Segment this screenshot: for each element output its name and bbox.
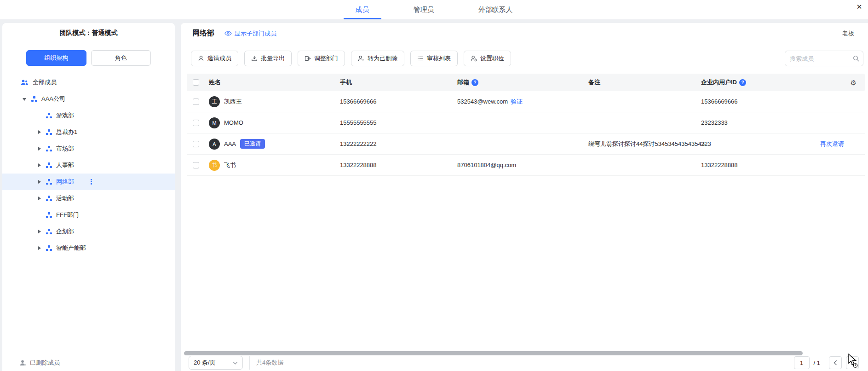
department-icon bbox=[46, 179, 52, 185]
sidebar-item-activities-dept[interactable]: 活动部 bbox=[2, 190, 175, 207]
caret-right-icon[interactable] bbox=[37, 130, 42, 134]
page-title: 网络部 bbox=[192, 29, 214, 38]
verify-link[interactable]: 验证 bbox=[511, 98, 523, 105]
sidebar-item-label: 活动部 bbox=[56, 194, 74, 203]
next-page-button[interactable] bbox=[846, 356, 859, 369]
sidebar-item-planning-dept[interactable]: 企划部 bbox=[2, 223, 175, 240]
top-tab-bar: 成员 管理员 外部联系人 bbox=[0, 0, 868, 19]
deleted-person-icon bbox=[20, 360, 26, 366]
sidebar-item-all-members[interactable]: 全部成员 bbox=[2, 74, 175, 91]
row-checkbox[interactable] bbox=[193, 120, 199, 126]
review-list-button[interactable]: 审核列表 bbox=[410, 51, 458, 66]
mode-switcher: 组织架构 角色 bbox=[26, 50, 151, 66]
caret-right-icon[interactable] bbox=[37, 163, 42, 168]
table-header-row: 姓名 手机 邮箱? 备注 企业内用户ID? ⚙ bbox=[187, 74, 865, 91]
button-label: 设置职位 bbox=[480, 54, 504, 63]
table-row[interactable]: 王 凯西王 15366669666 532543@wew.com验证 15366… bbox=[187, 91, 865, 112]
search-input[interactable] bbox=[785, 51, 863, 66]
close-icon[interactable]: ✕ bbox=[854, 2, 864, 12]
member-phone: 13222222222 bbox=[336, 140, 454, 147]
caret-right-icon[interactable] bbox=[37, 146, 42, 151]
department-icon bbox=[46, 212, 52, 218]
page-number-input[interactable] bbox=[794, 356, 810, 369]
column-email: 邮箱 bbox=[457, 78, 469, 87]
department-icon bbox=[46, 196, 52, 201]
show-sub-dept-label: 显示子部门成员 bbox=[235, 29, 276, 38]
invite-member-button[interactable]: 邀请成员 bbox=[191, 51, 238, 66]
sidebar-item-games-dept[interactable]: 游戏部 bbox=[2, 107, 175, 124]
department-icon bbox=[31, 96, 37, 102]
chevron-down-icon bbox=[233, 361, 238, 365]
deleted-members-link[interactable]: 已删除成员 bbox=[20, 357, 60, 369]
tab-members[interactable]: 成员 bbox=[344, 0, 381, 19]
search-icon[interactable] bbox=[853, 55, 859, 62]
select-all-checkbox[interactable] bbox=[193, 79, 199, 86]
member-phone: 13322228888 bbox=[336, 162, 454, 168]
caret-right-icon[interactable] bbox=[37, 180, 42, 184]
tab-external-contacts[interactable]: 外部联系人 bbox=[466, 0, 525, 19]
member-email: 8706101804@qq.com bbox=[454, 162, 585, 168]
sidebar-item-marketing-dept[interactable]: 市场部 bbox=[2, 140, 175, 157]
member-name: 凯西王 bbox=[224, 98, 242, 106]
avatar: A bbox=[209, 139, 220, 150]
sidebar-item-smart-capacity-dept[interactable]: 智能产能部 bbox=[2, 240, 175, 256]
caret-down-icon[interactable] bbox=[23, 97, 27, 101]
member-phone: 15555555555 bbox=[336, 119, 454, 126]
tab-admins[interactable]: 管理员 bbox=[402, 0, 446, 19]
row-checkbox[interactable] bbox=[193, 162, 199, 168]
org-structure-button[interactable]: 组织架构 bbox=[26, 50, 86, 66]
total-count: 共4条数据 bbox=[249, 356, 283, 370]
batch-export-button[interactable]: 批量导出 bbox=[244, 51, 292, 66]
help-icon[interactable]: ? bbox=[739, 79, 746, 86]
row-checkbox[interactable] bbox=[193, 99, 199, 105]
download-icon bbox=[251, 55, 258, 62]
person-gear-icon bbox=[471, 55, 477, 62]
sidebar-item-aaa-company[interactable]: AAA公司 bbox=[2, 91, 175, 107]
caret-right-icon[interactable] bbox=[37, 196, 42, 201]
sidebar-item-network-dept[interactable]: 网络部 ⋮ bbox=[2, 174, 175, 190]
column-settings-gear-icon[interactable]: ⚙ bbox=[851, 79, 857, 86]
members-icon bbox=[21, 80, 29, 86]
sidebar-item-hr-dept[interactable]: 人事部 bbox=[2, 157, 175, 174]
caret-right-icon[interactable] bbox=[37, 246, 42, 250]
prev-page-button[interactable] bbox=[829, 356, 842, 369]
show-sub-dept-link[interactable]: 显示子部门成员 bbox=[224, 29, 276, 38]
sidebar-item-label: 网络部 bbox=[56, 178, 74, 186]
row-checkbox[interactable] bbox=[193, 141, 199, 147]
table-row[interactable]: A AAA 已邀请 13222222222 绕弯儿翁探讨探讨44探讨534534… bbox=[187, 133, 865, 155]
member-user-id: 223 bbox=[697, 140, 803, 147]
page-size-value: 20 条/页 bbox=[194, 359, 216, 367]
button-label: 转为已删除 bbox=[368, 54, 397, 63]
table-row[interactable]: M MOMO 15555555555 23232333 bbox=[187, 112, 865, 133]
button-label: 调整部门 bbox=[314, 54, 338, 63]
department-icon bbox=[46, 229, 52, 234]
pagination-bar: 20 条/页 共4条数据 / 1 bbox=[189, 354, 859, 371]
member-email: 532543@wew.com bbox=[457, 98, 508, 105]
move-to-deleted-button[interactable]: 转为已删除 bbox=[351, 51, 404, 66]
page-size-select[interactable]: 20 条/页 bbox=[189, 356, 243, 370]
sidebar-item-label: 全部成员 bbox=[33, 78, 57, 87]
sidebar-item-fff-dept[interactable]: FFF部门 bbox=[2, 207, 175, 223]
roles-button[interactable]: 角色 bbox=[91, 50, 151, 66]
member-name: 飞书 bbox=[224, 161, 236, 169]
table-body: 王 凯西王 15366669666 532543@wew.com验证 15366… bbox=[187, 91, 865, 176]
sidebar-item-label: 游戏部 bbox=[56, 111, 74, 120]
team-mode-title: 团队模式：普通模式 bbox=[2, 23, 175, 43]
more-menu-icon[interactable]: ⋮ bbox=[88, 178, 95, 186]
reinvite-link[interactable]: 再次邀请 bbox=[820, 140, 844, 147]
department-icon bbox=[46, 129, 52, 135]
member-remark: 绕弯儿翁探讨探讨44探讨534534543543543 bbox=[585, 140, 697, 148]
person-icon bbox=[198, 55, 204, 62]
set-position-button[interactable]: 设置职位 bbox=[464, 51, 511, 66]
table-row[interactable]: 书 飞书 13322228888 8706101804@qq.com 13322… bbox=[187, 155, 865, 176]
sidebar-item-ceo-office[interactable]: 总裁办1 bbox=[2, 124, 175, 140]
help-icon[interactable]: ? bbox=[471, 79, 478, 86]
member-user-id: 15366669666 bbox=[697, 98, 803, 105]
caret-right-icon[interactable] bbox=[37, 229, 42, 234]
column-remark: 备注 bbox=[588, 78, 600, 87]
sidebar-item-label: 人事部 bbox=[56, 161, 74, 169]
sidebar-item-label: 市场部 bbox=[56, 145, 74, 153]
column-user-id: 企业内用户ID bbox=[701, 78, 737, 87]
toolbar: 邀请成员 批量导出 调整部门 转为已删除 bbox=[191, 51, 868, 66]
adjust-department-button[interactable]: 调整部门 bbox=[298, 51, 345, 66]
